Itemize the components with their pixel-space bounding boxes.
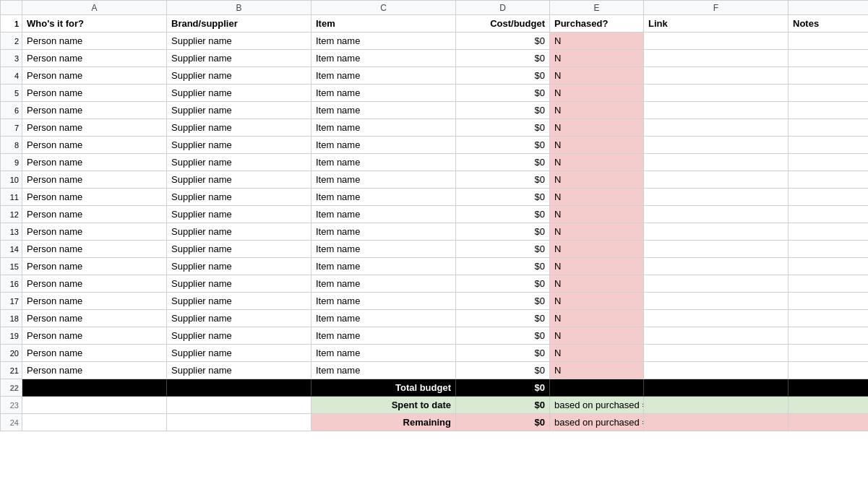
header-cost-budget[interactable]: Cost/budget — [456, 15, 550, 33]
person-name-3[interactable]: Person name — [22, 50, 167, 67]
supplier-name-5[interactable]: Supplier name — [167, 85, 311, 102]
purchased-17[interactable]: N — [550, 293, 644, 310]
notes-9[interactable] — [788, 154, 869, 171]
cost-6[interactable]: $0 — [456, 102, 550, 119]
supplier-name-15[interactable]: Supplier name — [167, 258, 311, 275]
notes-17[interactable] — [788, 293, 869, 310]
header-brand-supplier[interactable]: Brand/supplier — [167, 15, 311, 33]
supplier-name-11[interactable]: Supplier name — [167, 189, 311, 206]
link-16[interactable] — [644, 275, 788, 293]
item-name-17[interactable]: Item name — [311, 293, 456, 310]
link-8[interactable] — [644, 137, 788, 154]
notes-11[interactable] — [788, 189, 869, 206]
supplier-name-6[interactable]: Supplier name — [167, 102, 311, 119]
purchased-21[interactable]: N — [550, 362, 644, 379]
person-name-9[interactable]: Person name — [22, 154, 167, 171]
link-11[interactable] — [644, 189, 788, 206]
cost-10[interactable]: $0 — [456, 171, 550, 189]
link-2[interactable] — [644, 33, 788, 50]
item-name-11[interactable]: Item name — [311, 189, 456, 206]
person-name-8[interactable]: Person name — [22, 137, 167, 154]
link-17[interactable] — [644, 293, 788, 310]
link-4[interactable] — [644, 67, 788, 85]
item-name-14[interactable]: Item name — [311, 241, 456, 258]
supplier-name-20[interactable]: Supplier name — [167, 345, 311, 362]
link-20[interactable] — [644, 345, 788, 362]
notes-15[interactable] — [788, 258, 869, 275]
item-name-6[interactable]: Item name — [311, 102, 456, 119]
item-name-4[interactable]: Item name — [311, 67, 456, 85]
cost-3[interactable]: $0 — [456, 50, 550, 67]
person-name-6[interactable]: Person name — [22, 102, 167, 119]
link-21[interactable] — [644, 362, 788, 379]
supplier-name-10[interactable]: Supplier name — [167, 171, 311, 189]
supplier-name-18[interactable]: Supplier name — [167, 310, 311, 327]
purchased-18[interactable]: N — [550, 310, 644, 327]
remaining-value[interactable]: $0 — [456, 414, 550, 431]
person-name-13[interactable]: Person name — [22, 223, 167, 241]
cost-7[interactable]: $0 — [456, 119, 550, 137]
purchased-2[interactable]: N — [550, 33, 644, 50]
supplier-name-13[interactable]: Supplier name — [167, 223, 311, 241]
person-name-5[interactable]: Person name — [22, 85, 167, 102]
cost-15[interactable]: $0 — [456, 258, 550, 275]
supplier-name-2[interactable]: Supplier name — [167, 33, 311, 50]
notes-13[interactable] — [788, 223, 869, 241]
supplier-name-4[interactable]: Supplier name — [167, 67, 311, 85]
person-name-16[interactable]: Person name — [22, 275, 167, 293]
item-name-21[interactable]: Item name — [311, 362, 456, 379]
notes-12[interactable] — [788, 206, 869, 223]
link-10[interactable] — [644, 171, 788, 189]
supplier-name-19[interactable]: Supplier name — [167, 327, 311, 345]
cost-14[interactable]: $0 — [456, 241, 550, 258]
item-name-20[interactable]: Item name — [311, 345, 456, 362]
purchased-14[interactable]: N — [550, 241, 644, 258]
cost-19[interactable]: $0 — [456, 327, 550, 345]
person-name-2[interactable]: Person name — [22, 33, 167, 50]
notes-2[interactable] — [788, 33, 869, 50]
person-name-15[interactable]: Person name — [22, 258, 167, 275]
cost-12[interactable]: $0 — [456, 206, 550, 223]
purchased-13[interactable]: N — [550, 223, 644, 241]
purchased-9[interactable]: N — [550, 154, 644, 171]
item-name-5[interactable]: Item name — [311, 85, 456, 102]
purchased-7[interactable]: N — [550, 119, 644, 137]
link-9[interactable] — [644, 154, 788, 171]
notes-8[interactable] — [788, 137, 869, 154]
item-name-12[interactable]: Item name — [311, 206, 456, 223]
person-name-21[interactable]: Person name — [22, 362, 167, 379]
notes-3[interactable] — [788, 50, 869, 67]
cost-13[interactable]: $0 — [456, 223, 550, 241]
supplier-name-9[interactable]: Supplier name — [167, 154, 311, 171]
item-name-15[interactable]: Item name — [311, 258, 456, 275]
supplier-name-12[interactable]: Supplier name — [167, 206, 311, 223]
supplier-name-3[interactable]: Supplier name — [167, 50, 311, 67]
person-name-14[interactable]: Person name — [22, 241, 167, 258]
notes-10[interactable] — [788, 171, 869, 189]
link-19[interactable] — [644, 327, 788, 345]
link-5[interactable] — [644, 85, 788, 102]
person-name-18[interactable]: Person name — [22, 310, 167, 327]
cost-17[interactable]: $0 — [456, 293, 550, 310]
person-name-11[interactable]: Person name — [22, 189, 167, 206]
person-name-20[interactable]: Person name — [22, 345, 167, 362]
cost-21[interactable]: $0 — [456, 362, 550, 379]
item-name-18[interactable]: Item name — [311, 310, 456, 327]
spent-value[interactable]: $0 — [456, 397, 550, 414]
header-notes[interactable]: Notes — [788, 15, 869, 33]
notes-19[interactable] — [788, 327, 869, 345]
cost-11[interactable]: $0 — [456, 189, 550, 206]
notes-21[interactable] — [788, 362, 869, 379]
purchased-20[interactable]: N — [550, 345, 644, 362]
total-budget-value[interactable]: $0 — [456, 379, 550, 397]
header-link[interactable]: Link — [644, 15, 788, 33]
person-name-19[interactable]: Person name — [22, 327, 167, 345]
item-name-8[interactable]: Item name — [311, 137, 456, 154]
link-13[interactable] — [644, 223, 788, 241]
notes-7[interactable] — [788, 119, 869, 137]
person-name-4[interactable]: Person name — [22, 67, 167, 85]
purchased-6[interactable]: N — [550, 102, 644, 119]
link-18[interactable] — [644, 310, 788, 327]
purchased-5[interactable]: N — [550, 85, 644, 102]
cost-16[interactable]: $0 — [456, 275, 550, 293]
